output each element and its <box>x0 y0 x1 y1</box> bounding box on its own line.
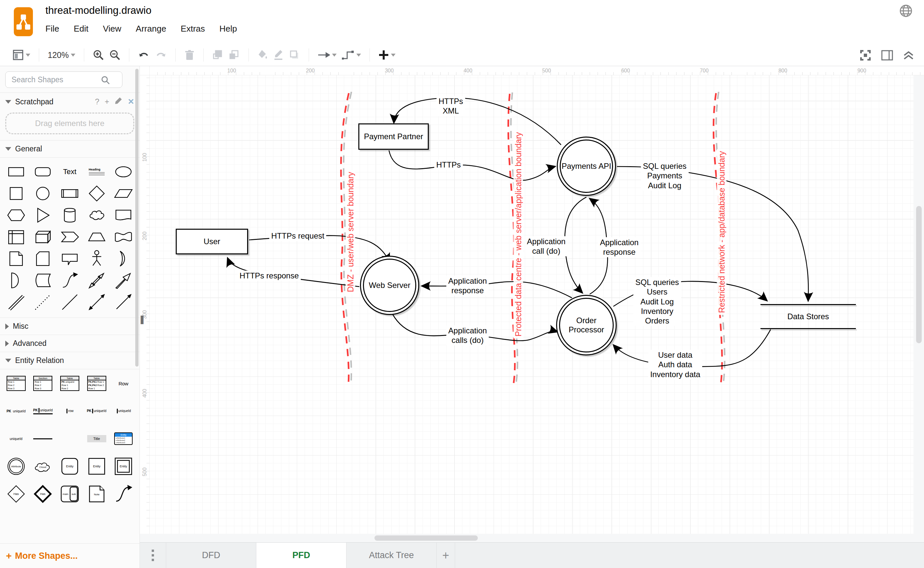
shape-and[interactable] <box>3 269 30 291</box>
shape-er-pk-uniqueid-divided[interactable]: PKuniqueId <box>30 401 57 421</box>
boundary-label-restricted[interactable]: Restricted network - app/database bounda… <box>717 149 726 315</box>
shape-circle[interactable] <box>30 183 57 204</box>
shape-process[interactable] <box>56 183 83 204</box>
shape-text[interactable]: Text <box>56 161 83 183</box>
undo-icon[interactable] <box>138 50 150 60</box>
shape-er-has[interactable]: Has <box>3 484 30 504</box>
node-user[interactable]: User <box>176 229 248 254</box>
scratchpad-dropzone[interactable]: Drag elements here <box>5 113 134 134</box>
shape-er-entity-rounded[interactable]: Entity <box>56 456 83 476</box>
vertical-scrollbar[interactable] <box>913 76 924 534</box>
shape-er-row[interactable]: Row <box>110 373 137 394</box>
edge-label-application-call[interactable]: Application call (do) <box>525 236 567 256</box>
shape-er-cloud[interactable]: Cloud <box>30 456 57 476</box>
delete-icon[interactable] <box>184 49 195 60</box>
shape-or[interactable] <box>110 248 137 269</box>
redo-icon[interactable] <box>155 50 167 60</box>
shape-cloud[interactable] <box>83 204 110 226</box>
zoom-level-dropdown[interactable]: 120% <box>48 50 75 60</box>
horizontal-scrollbar[interactable] <box>140 534 924 542</box>
shape-directional-connector[interactable] <box>110 291 137 313</box>
shape-internal-storage[interactable] <box>3 226 30 248</box>
insert-icon[interactable] <box>378 50 396 60</box>
shape-rounded-rectangle[interactable] <box>30 161 57 183</box>
to-front-icon[interactable] <box>212 49 223 60</box>
search-icon[interactable] <box>101 76 110 86</box>
edge-label-https-request[interactable]: HTTPs request <box>269 231 326 241</box>
node-web-server[interactable]: Web Server <box>360 256 419 315</box>
vertical-scrollbar-thumb[interactable] <box>916 206 922 343</box>
shape-er-title[interactable]: Title <box>83 429 110 449</box>
shape-dotted-line[interactable] <box>30 291 57 313</box>
edge-label-https-response[interactable]: HTTPs response <box>238 270 301 281</box>
shape-er-table-pk2[interactable]: TablePK,PK1 Row 1PK,PK2 Row 2Row 1 <box>83 373 110 394</box>
page-view-icon[interactable] <box>12 49 30 60</box>
section-general[interactable]: General <box>0 140 139 157</box>
shape-er-row-item[interactable]: row <box>56 401 83 421</box>
edge-label-application-response-2[interactable]: Application response <box>598 237 640 257</box>
pages-menu-button[interactable] <box>140 543 166 568</box>
shape-er-main-sub[interactable]: mainsub <box>56 484 83 504</box>
tab-pfd[interactable]: PFD <box>256 543 346 568</box>
shape-er-has-bold[interactable]: Has <box>30 484 57 504</box>
boundary-label-protected[interactable]: Protected data centre - web server/appli… <box>514 130 523 338</box>
shape-cube[interactable] <box>30 226 57 248</box>
fill-color-icon[interactable] <box>257 49 268 60</box>
menu-file[interactable]: File <box>45 24 59 34</box>
menu-arrange[interactable]: Arrange <box>136 24 166 34</box>
menu-edit[interactable]: Edit <box>74 24 89 34</box>
shape-tape[interactable] <box>110 226 137 248</box>
section-entity-relation[interactable]: Entity Relation <box>0 352 139 369</box>
shape-er-table-pk[interactable]: TablePK uniqueIdRow 1Row 2 <box>56 373 83 394</box>
connection-style-icon[interactable] <box>317 51 337 59</box>
shape-card[interactable] <box>30 248 57 269</box>
shape-parallelogram[interactable] <box>110 183 137 204</box>
shape-bidirectional-arrow[interactable] <box>83 269 110 291</box>
shape-data-storage[interactable] <box>30 269 57 291</box>
shape-link[interactable] <box>3 291 30 313</box>
scratchpad-help-icon[interactable]: ? <box>95 97 100 106</box>
shape-er-entity-list[interactable]: Entity+Attribute1+Attribute2+Attribute3 <box>110 429 137 449</box>
tab-dfd[interactable]: DFD <box>166 543 256 568</box>
shape-ellipse[interactable] <box>110 161 137 183</box>
shape-er-entity-square[interactable]: Entity <box>83 456 110 476</box>
shape-cylinder[interactable] <box>56 204 83 226</box>
edge-application-response-web[interactable] <box>422 282 572 298</box>
node-payments-api[interactable]: Payments API <box>557 137 616 196</box>
waypoints-icon[interactable] <box>342 49 361 60</box>
to-back-icon[interactable] <box>229 49 240 60</box>
edge-label-sql-users[interactable]: SQL queries Users Audit Log Inventory Or… <box>633 277 681 326</box>
shape-rectangle[interactable] <box>3 161 30 183</box>
edge-label-https[interactable]: HTTPs <box>434 160 463 170</box>
edge-label-application-calls[interactable]: Application calls (do) <box>446 325 489 346</box>
shape-hexagon[interactable] <box>3 204 30 226</box>
shape-step[interactable] <box>56 226 83 248</box>
shape-er-pk-uniqueid-bar[interactable]: PKuniqueId <box>83 401 110 421</box>
zoom-out-icon[interactable] <box>109 49 121 60</box>
edge-label-user-data[interactable]: User data Auth data Inventory data <box>648 350 702 379</box>
shadow-icon[interactable] <box>289 49 300 60</box>
shape-diamond[interactable] <box>83 183 110 204</box>
line-color-icon[interactable] <box>273 49 284 60</box>
menu-view[interactable]: View <box>103 24 121 34</box>
shape-callout[interactable] <box>56 248 83 269</box>
shape-er-line[interactable] <box>30 429 57 449</box>
edge-application-call-do[interactable] <box>565 197 586 293</box>
scratchpad-header[interactable]: Scratchpad ? + ✕ <box>0 92 139 110</box>
zoom-in-icon[interactable] <box>93 49 104 60</box>
menu-extras[interactable]: Extras <box>181 24 205 34</box>
drawing-canvas[interactable]: 100 200 300 400 500 <box>140 76 924 534</box>
node-payment-partner[interactable]: Payment Partner <box>358 124 429 150</box>
edge-label-https-xml[interactable]: HTTPs XML <box>437 96 465 116</box>
shape-er-uniqueid-bar[interactable]: uniqueId <box>110 401 137 421</box>
edge-label-application-response[interactable]: Application response <box>446 276 489 296</box>
shape-er-entity-double[interactable]: Entity <box>110 456 137 476</box>
shape-er-note[interactable]: Note <box>83 484 110 504</box>
shape-er-pk-uniqueid[interactable]: PK uniqueId <box>3 401 30 421</box>
shape-er-table[interactable]: TableRow 1Row 2Row 3 <box>3 373 30 394</box>
add-page-button[interactable]: + <box>437 543 455 568</box>
more-shapes-button[interactable]: + More Shapes... <box>0 543 139 568</box>
scratchpad-add-icon[interactable]: + <box>105 97 109 106</box>
shape-curve[interactable] <box>56 269 83 291</box>
section-misc[interactable]: Misc <box>0 317 139 335</box>
